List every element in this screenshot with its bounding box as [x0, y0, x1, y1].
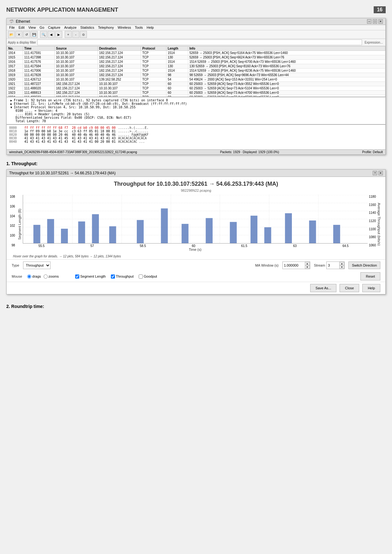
throughput-titlebar: Throughput for 10.10.30.107:52261 → 54.6…: [7, 170, 385, 177]
cell-proto: TCP: [141, 60, 166, 64]
svg-rect-18: [137, 220, 144, 243]
cell-proto: TCP: [141, 55, 166, 60]
toolbar-prev[interactable]: ◀: [48, 31, 55, 38]
ma-spinner-up[interactable]: ▲: [305, 262, 310, 265]
reset-button[interactable]: Reset: [360, 272, 380, 280]
cell-len: 1514: [166, 69, 188, 73]
stream-input[interactable]: [327, 263, 339, 268]
help-throughput-button[interactable]: Help: [362, 284, 380, 292]
menu-go[interactable]: Go: [39, 26, 44, 29]
xtick-60: 60: [192, 244, 195, 248]
throughput-check-label[interactable]: Throughput: [111, 274, 134, 279]
col-time: Time: [23, 46, 54, 51]
cell-info: 60 25003 → 52659 [ACK] Seq=73 Ack=5104 W…: [188, 86, 385, 91]
detail-ip[interactable]: Internet Protocol Version 4, Src: 10.10.…: [9, 105, 383, 109]
mouse-radio-group: drags zooms: [27, 274, 59, 279]
menu-view[interactable]: View: [28, 26, 36, 29]
throughput-help-btn[interactable]: ?: [373, 171, 377, 175]
goodput-check-label[interactable]: Goodput: [139, 274, 157, 279]
table-row[interactable]: 1917111.41758410.10.30.107182.156.217.12…: [7, 64, 385, 69]
zooms-radio[interactable]: [44, 274, 48, 279]
y-ticks-left: 108 106 104 102 100 98: [10, 195, 16, 253]
y-ticks-right: 1180 1160 1140 1120 1100 1080 1060: [368, 195, 376, 253]
throughput-checkbox[interactable]: [111, 274, 115, 279]
titlebar-left: 🦈 Ethernet: [9, 19, 30, 24]
packet-list-body: 1914111.41759110.10.30.107182.156.217.12…: [7, 51, 385, 97]
ma-window-spinner[interactable]: ▲ ▼: [282, 262, 310, 269]
toolbar-zoom-reset[interactable]: ⊙: [80, 31, 87, 38]
detail-frame[interactable]: Frame 1: 92 bytes on wire (736 bits), 92…: [9, 99, 383, 102]
close-throughput-button[interactable]: Close: [340, 284, 359, 292]
toolbar-find[interactable]: 🔍: [40, 31, 47, 38]
col-protocol: Protocol: [141, 46, 166, 51]
segment-length-check-label[interactable]: Segment Length: [75, 274, 106, 279]
hex-bytes-3: 41 43 41 43 41 43 41 45 41 43 41 43 41 4…: [24, 136, 116, 140]
drags-radio-label[interactable]: drags: [27, 274, 41, 279]
ma-spinner-down[interactable]: ▼: [305, 265, 310, 269]
wireshark-titlebar: 🦈 Ethernet ─ □ ✕: [7, 18, 385, 25]
menu-telephony[interactable]: Telephony: [98, 26, 114, 29]
goodput-checkbox[interactable]: [139, 274, 143, 279]
hex-offset-3: 0030: [9, 136, 22, 140]
cell-info: 130 52659 → 25003 [PSH, ACK] Seq=8160 Ac…: [188, 64, 385, 69]
filter-input[interactable]: [37, 39, 362, 45]
menu-tools[interactable]: Tools: [135, 26, 143, 29]
stream-spinner-up[interactable]: ▲: [339, 262, 344, 265]
packet-detail-panel: Frame 1: 92 bytes on wire (736 bits), 92…: [7, 97, 385, 124]
menu-capture[interactable]: Capture: [48, 26, 60, 29]
hex-ascii-1: ......>..c......: [118, 129, 148, 133]
toolbar-close[interactable]: ✕: [15, 31, 22, 38]
toolbar-zoom-out[interactable]: -: [72, 31, 79, 38]
menu-analyze[interactable]: Analyze: [64, 26, 76, 29]
menu-file[interactable]: File: [9, 26, 15, 29]
stream-spinner[interactable]: ▲ ▼: [326, 262, 345, 269]
chart-svg: [23, 195, 368, 243]
menu-help[interactable]: Help: [147, 26, 154, 29]
maximize-button[interactable]: □: [373, 19, 377, 24]
filter-expression-btn[interactable]: Expression...: [363, 41, 384, 44]
type-select[interactable]: Throughput Goodput: [23, 262, 51, 269]
status-file: wireshark_DCA09299-F688-4504-8387-733AF3…: [9, 150, 137, 154]
save-as-button[interactable]: Save As...: [310, 284, 337, 292]
controls-row-1: Type Throughput Goodput MA Window (s) ▲ …: [7, 259, 385, 271]
table-row[interactable]: 1914111.41759110.10.30.107182.156.217.12…: [7, 51, 385, 55]
drags-radio[interactable]: [27, 274, 31, 279]
toolbar-open[interactable]: 📂: [8, 31, 15, 38]
ytick-r-1100: 1100: [369, 227, 376, 231]
close-button[interactable]: ✕: [378, 19, 383, 24]
cell-time: 111.426712: [23, 77, 54, 82]
toolbar-reload[interactable]: ↺: [23, 31, 30, 38]
menu-statistics[interactable]: Statistics: [80, 26, 94, 29]
menu-wireless[interactable]: Wireless: [118, 26, 131, 29]
table-row[interactable]: 1916111.41757610.10.30.107182.156.217.12…: [7, 60, 385, 64]
ma-window-label: MA Window (s): [255, 263, 279, 267]
menu-edit[interactable]: Edit: [19, 26, 25, 29]
cell-len: 60: [166, 86, 188, 91]
ma-window-input[interactable]: [283, 263, 305, 268]
stream-spinner-down[interactable]: ▼: [339, 265, 344, 269]
toolbar-next[interactable]: ▶: [55, 31, 62, 38]
cell-time: 111.417576: [23, 60, 54, 64]
table-row[interactable]: 1920111.42671210.10.30.107139.162.58.252…: [7, 77, 385, 82]
minimize-button[interactable]: ─: [367, 19, 371, 24]
switch-direction-button[interactable]: Switch Direction: [348, 262, 380, 269]
xtick-61_5: 61.5: [241, 244, 247, 248]
table-row[interactable]: 1918111.41700610.10.30.107182.156.217.12…: [7, 69, 385, 73]
detail-ethernet[interactable]: Ethernet II, Src: LcfcMefe_cd:b0:c9 (68:…: [9, 102, 383, 105]
segment-length-checkbox[interactable]: [75, 274, 79, 279]
detail-ip-total: Total Length: 78: [9, 119, 383, 123]
table-row[interactable]: 1922111.488020182.156.217.12410.10.30.10…: [7, 86, 385, 91]
toolbar-save[interactable]: 💾: [31, 31, 38, 38]
zooms-radio-label[interactable]: zooms: [44, 274, 59, 279]
table-row[interactable]: 1921111.487227182.156.217.12410.10.30.10…: [7, 82, 385, 86]
filter-bar: Apply a display filter Expression...: [7, 39, 385, 46]
cell-proto: TCP: [141, 91, 166, 95]
table-row[interactable]: 1919111.41782810.10.30.107182.156.217.12…: [7, 73, 385, 77]
table-row[interactable]: 1923111.488813182.156.217.12410.10.30.10…: [7, 91, 385, 95]
toolbar-zoom-in[interactable]: +: [65, 31, 72, 38]
hex-row-0: 0000 ff ff ff ff ff ff 68 f7 28 cd b0 c9…: [9, 126, 383, 129]
table-row[interactable]: 1915111.41739810.10.30.107182.156.217.12…: [7, 55, 385, 60]
svg-rect-26: [309, 220, 316, 243]
y-right-label: Average Throughput (bits/s): [376, 195, 382, 253]
throughput-close-btn[interactable]: ✕: [378, 171, 383, 175]
